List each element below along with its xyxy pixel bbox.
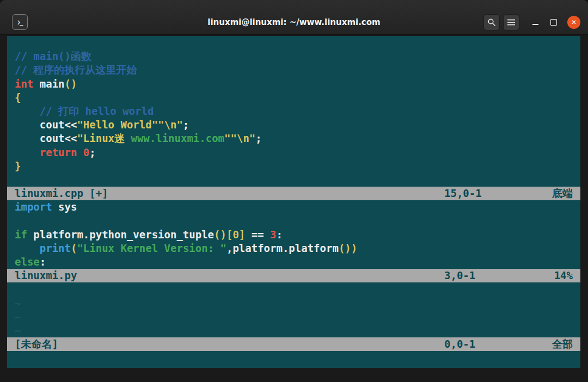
search-icon bbox=[487, 18, 496, 27]
terminal-body[interactable]: // main()函数// 程序的执行从这里开始int main(){ // 打… bbox=[0, 35, 588, 382]
vim-buffer-py[interactable]: import sys if platform.python_version_tu… bbox=[7, 200, 580, 269]
minimize-button[interactable] bbox=[531, 14, 539, 30]
terminal-app-icon-glyph: ❯_ bbox=[17, 19, 22, 25]
titlebar-controls: ✕ bbox=[483, 14, 580, 30]
vim-command-line[interactable] bbox=[7, 351, 580, 365]
vim-statusline-py: linuxmi.py 3,0-1 14% bbox=[7, 269, 580, 282]
minimize-icon bbox=[532, 24, 538, 25]
statusline-position: 14% bbox=[531, 269, 573, 282]
terminal-screen[interactable]: // main()函数// 程序的执行从这里开始int main(){ // 打… bbox=[7, 36, 580, 368]
statusline-filename: linuxmi.cpp [+] bbox=[15, 187, 444, 200]
vim-statusline-cpp: linuxmi.cpp [+] 15,0-1 底端 bbox=[7, 187, 580, 200]
vim-statusline-unnamed: [未命名] 0,0-1 全部 bbox=[7, 337, 580, 351]
maximize-icon bbox=[550, 19, 557, 26]
statusline-ruler: 3,0-1 bbox=[444, 269, 531, 282]
close-icon: ✕ bbox=[571, 19, 577, 26]
terminal-app-icon: ❯_ bbox=[12, 14, 28, 30]
titlebar[interactable]: ❯_ linuxmi@linuxmi: ~/www.linuxmi.com bbox=[0, 0, 588, 35]
maximize-button[interactable] bbox=[550, 14, 558, 30]
vim-buffer-cpp[interactable]: // main()函数// 程序的执行从这里开始int main(){ // 打… bbox=[7, 36, 580, 187]
statusline-ruler: 15,0-1 bbox=[444, 187, 531, 200]
statusline-position: 全部 bbox=[531, 337, 573, 351]
vim-window-unnamed: ~~~ [未命名] 0,0-1 全部 bbox=[7, 282, 580, 351]
vim-window-cpp: // main()函数// 程序的执行从这里开始int main(){ // 打… bbox=[7, 36, 580, 200]
vim-window-py: import sys if platform.python_version_tu… bbox=[7, 200, 580, 282]
terminal-window: ❯_ linuxmi@linuxmi: ~/www.linuxmi.com bbox=[0, 0, 588, 382]
statusline-filename: linuxmi.py bbox=[15, 269, 444, 282]
statusline-filename: [未命名] bbox=[15, 337, 444, 351]
vim-buffer-unnamed[interactable]: ~~~ bbox=[7, 282, 580, 337]
search-button[interactable] bbox=[483, 14, 500, 30]
statusline-position: 底端 bbox=[531, 187, 573, 200]
statusline-ruler: 0,0-1 bbox=[444, 337, 531, 351]
close-button[interactable]: ✕ bbox=[567, 16, 580, 29]
menu-button[interactable] bbox=[503, 14, 519, 30]
hamburger-menu-icon bbox=[507, 19, 516, 26]
